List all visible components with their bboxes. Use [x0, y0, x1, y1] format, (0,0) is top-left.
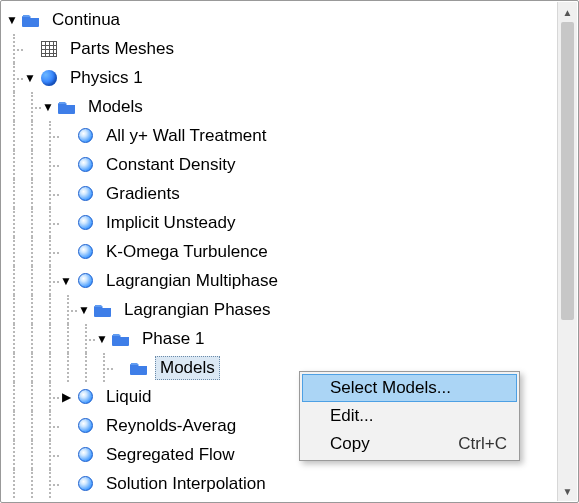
expander-icon[interactable]: ▼ [77, 304, 91, 316]
model-icon [75, 127, 95, 145]
vertical-scrollbar[interactable]: ▲ ▼ [557, 2, 577, 501]
model-icon [75, 243, 95, 261]
expander-icon[interactable]: ▼ [59, 275, 73, 287]
node-label: Gradients [101, 182, 185, 206]
expander-icon[interactable]: ▼ [5, 14, 19, 26]
tree-node-models[interactable]: ▼ Models [1, 92, 556, 121]
mesh-icon [39, 40, 59, 58]
context-menu: Select Models... Edit... Copy Ctrl+C [299, 371, 520, 461]
expander-icon[interactable]: ▼ [23, 72, 37, 84]
tree-node-implicit-unsteady[interactable]: ▶ Implicit Unsteady [1, 208, 556, 237]
node-label: Lagrangian Phases [119, 298, 276, 322]
node-label: Implicit Unsteady [101, 211, 240, 235]
tree-node-physics1[interactable]: ▼ Physics 1 [1, 63, 556, 92]
tree-node-lagrangian-phases[interactable]: ▼ Lagrangian Phases [1, 295, 556, 324]
tree-node-solution-interpolation[interactable]: ▶ Solution Interpolation [1, 469, 556, 498]
folder-icon [57, 98, 77, 116]
model-icon [75, 272, 95, 290]
node-label: Reynolds-Averag [101, 414, 241, 438]
node-label: Models [83, 95, 148, 119]
node-label: Solution Interpolation [101, 472, 271, 496]
tree-panel: ▼ Continua ▶ Parts Meshes ▼ Physics 1 [0, 0, 579, 503]
tree-node-gradients[interactable]: ▶ Gradients [1, 179, 556, 208]
node-label: Liquid [101, 385, 156, 409]
menu-label: Copy [330, 434, 370, 454]
model-icon [75, 446, 95, 464]
folder-icon [21, 11, 41, 29]
menu-label: Edit... [330, 406, 373, 426]
tree-node-phase1[interactable]: ▼ Phase 1 [1, 324, 556, 353]
menu-shortcut: Ctrl+C [434, 434, 507, 454]
node-label: Models [155, 356, 220, 380]
node-label: Continua [47, 8, 125, 32]
node-label: Physics 1 [65, 66, 148, 90]
node-label: Segregated Flow [101, 443, 240, 467]
scroll-track[interactable] [558, 22, 577, 481]
menu-label: Select Models... [330, 378, 451, 398]
model-icon [75, 475, 95, 493]
tree-node-parts-meshes[interactable]: ▶ Parts Meshes [1, 34, 556, 63]
tree-node-k-omega[interactable]: ▶ K-Omega Turbulence [1, 237, 556, 266]
folder-icon [93, 301, 113, 319]
model-icon [75, 388, 95, 406]
scroll-thumb[interactable] [561, 22, 574, 320]
menu-item-edit[interactable]: Edit... [302, 402, 517, 430]
folder-icon [129, 359, 149, 377]
menu-item-copy[interactable]: Copy Ctrl+C [302, 430, 517, 458]
model-icon [75, 417, 95, 435]
folder-icon [111, 330, 131, 348]
node-label: K-Omega Turbulence [101, 240, 273, 264]
menu-item-select-models[interactable]: Select Models... [302, 374, 517, 402]
node-label: Phase 1 [137, 327, 209, 351]
node-label: All y+ Wall Treatment [101, 124, 271, 148]
expander-icon[interactable]: ▼ [95, 333, 109, 345]
tree-node-all-y-plus[interactable]: ▶ All y+ Wall Treatment [1, 121, 556, 150]
scroll-down-icon[interactable]: ▼ [558, 481, 577, 501]
scroll-up-icon[interactable]: ▲ [558, 2, 577, 22]
node-label: Lagrangian Multiphase [101, 269, 283, 293]
model-icon [75, 185, 95, 203]
node-label: Parts Meshes [65, 37, 179, 61]
expander-icon[interactable]: ▶ [59, 391, 73, 403]
expander-icon[interactable]: ▼ [41, 101, 55, 113]
model-icon [75, 214, 95, 232]
node-label: Constant Density [101, 153, 240, 177]
model-icon [75, 156, 95, 174]
tree-node-constant-density[interactable]: ▶ Constant Density [1, 150, 556, 179]
tree-node-lagrangian-multiphase[interactable]: ▼ Lagrangian Multiphase [1, 266, 556, 295]
globe-icon [39, 69, 59, 87]
tree-node-continua[interactable]: ▼ Continua [1, 5, 556, 34]
